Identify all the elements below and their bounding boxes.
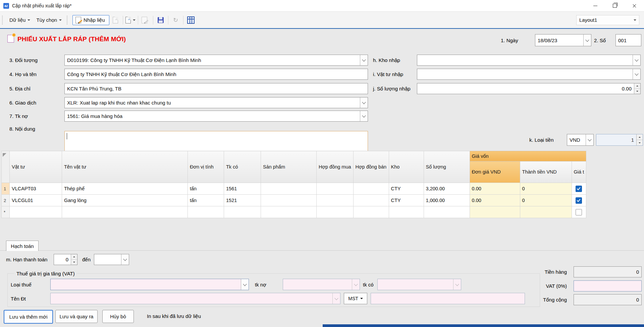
menu-tuy-chon[interactable]: Tùy chọn [33, 15, 65, 24]
corner-triangle-icon [3, 153, 6, 157]
cell-contract-buy[interactable] [317, 183, 354, 195]
cell-name[interactable]: Gang lỏng [62, 195, 188, 206]
cell-tk-co[interactable]: 1561 [224, 183, 261, 195]
cell-code[interactable]: VLCAPT03 [10, 183, 62, 195]
doi-tuong-combo[interactable]: D010199: Công ty TNHH Kỹ Thuật Cơ Điện L… [64, 55, 368, 66]
chevron-down-icon[interactable] [586, 134, 593, 145]
tk-no-combo[interactable]: 1561: Giá mua hàng hóa [64, 111, 368, 122]
new-document-button[interactable] [125, 15, 136, 25]
cell-product[interactable] [261, 183, 317, 195]
gia-t-checkbox[interactable] [576, 197, 582, 204]
col-header-gia-t[interactable]: Giá t [572, 161, 586, 183]
vat-tu-nhap-combo[interactable] [417, 69, 641, 80]
giao-dich-combo[interactable]: XLR: Xuat lap rap khi thuc nhan khac chu… [64, 97, 368, 108]
titlebar: az Cập nhật phiếu xuất lắp ráp* [0, 0, 644, 12]
cell-product[interactable] [261, 195, 317, 206]
col-header-ten-vat-tu[interactable]: Tên vật tư [62, 151, 188, 183]
vat-tk-co-combo[interactable] [377, 279, 461, 290]
cell-tk-co[interactable]: 1521 [224, 195, 261, 206]
gia-t-checkbox[interactable] [576, 209, 582, 215]
layout-selector[interactable]: Layout1 [576, 15, 639, 25]
mst-button[interactable]: MST [344, 293, 367, 304]
col-header-don-gia-vnd[interactable]: Đơn giá VND [470, 161, 520, 183]
tab-hach-toan[interactable]: Hạch toán [6, 241, 39, 251]
save-button[interactable] [156, 15, 166, 25]
cell-unit-price[interactable]: 0.00 [470, 183, 520, 195]
chevron-down-icon[interactable] [360, 111, 368, 121]
chevron-down-icon[interactable] [241, 279, 249, 290]
new-row-marker[interactable]: * [2, 206, 10, 218]
col-header-vat-tu[interactable]: Vật tư [10, 151, 62, 183]
col-header-thanh-tien-vnd[interactable]: Thành tiền VND [520, 161, 572, 183]
close-button[interactable] [625, 0, 644, 11]
number-input[interactable]: 001 [615, 34, 641, 46]
chevron-down-icon[interactable] [332, 293, 340, 304]
edit-icon [141, 15, 151, 25]
den-combo[interactable] [94, 254, 129, 265]
cell-unit[interactable]: tấn [188, 195, 224, 206]
close-icon [632, 4, 637, 8]
chevron-down-icon[interactable] [360, 55, 368, 65]
number-spinner[interactable] [634, 83, 640, 94]
col-group-gia-von[interactable]: Giá vốn [470, 151, 586, 161]
cell-qty[interactable]: 3,200.00 [424, 183, 470, 195]
chevron-down-icon[interactable] [352, 279, 360, 290]
restore-button[interactable] [605, 0, 625, 11]
han-thanh-toan-label: m. Hạn thanh toán [6, 254, 47, 265]
vat-amount-input[interactable] [574, 280, 642, 291]
gia-t-checkbox[interactable] [576, 186, 582, 192]
number-spinner[interactable] [71, 254, 77, 265]
toolbar: Dữ liệu Tùy chọn Nhập liệu ↻ Layout1 [0, 12, 644, 29]
cell-amount[interactable]: 0 [520, 195, 572, 206]
save-and-exit-button[interactable]: Lưu và quay ra [55, 310, 98, 323]
cell-unit-price[interactable]: 0.00 [470, 195, 520, 206]
calculator-button[interactable] [186, 15, 196, 25]
col-header-tk-co[interactable]: Tk có [224, 151, 261, 183]
cell-name[interactable]: Thép phế [62, 183, 188, 195]
loai-tien-combo[interactable]: VND [567, 134, 594, 146]
cell-contract-sell[interactable] [353, 195, 389, 206]
col-header-hop-dong-mua[interactable]: Hợp đồng mua [317, 151, 354, 183]
save-and-new-button[interactable]: Lưu và thêm mới [4, 310, 53, 324]
loai-thue-combo[interactable] [50, 279, 249, 290]
cancel-button[interactable]: Hủy bỏ [102, 310, 134, 323]
mst-input[interactable] [371, 293, 525, 304]
edit-document-icon [75, 17, 81, 23]
so-luong-nhap-input[interactable]: 0.00 [417, 83, 641, 94]
cell-contract-sell[interactable] [353, 183, 389, 195]
col-header-so-luong[interactable]: Số lượng [424, 151, 470, 183]
date-combo[interactable]: 18/08/23 [535, 34, 591, 46]
kho-nhap-combo[interactable] [417, 55, 641, 66]
chevron-down-icon[interactable] [583, 35, 591, 46]
noi-dung-label: 8. Nội dung [9, 123, 35, 134]
cell-amount[interactable]: 0 [520, 183, 572, 195]
ten-dt-combo[interactable] [50, 293, 340, 304]
cell-warehouse[interactable]: CTY [389, 183, 424, 195]
vat-tk-no-combo[interactable] [283, 279, 360, 290]
cell-qty[interactable]: 1,000.00 [424, 195, 470, 206]
chevron-down-icon[interactable] [360, 97, 368, 108]
minimize-button[interactable] [586, 0, 605, 11]
ho-ten-input[interactable]: Công ty TNHH Kỹ thuật Cơ Điện Lạnh Bình … [64, 69, 368, 80]
chevron-down-icon[interactable] [121, 254, 129, 265]
chevron-down-icon[interactable] [633, 55, 640, 65]
number-spinner[interactable] [636, 134, 643, 145]
tien-hang-label: Tiền hàng [520, 266, 567, 277]
cell-unit[interactable]: tấn [188, 183, 224, 195]
select-all-corner[interactable] [2, 151, 10, 183]
col-header-hop-dong-ban[interactable]: Hợp đồng bán [353, 151, 389, 183]
cell-warehouse[interactable]: CTY [389, 195, 424, 206]
row-selector[interactable]: 1 [2, 183, 10, 195]
menu-du-lieu[interactable]: Dữ liệu [6, 15, 33, 24]
dia-chi-input[interactable]: KCN Tân Phú Trung, TB [64, 83, 368, 94]
chevron-down-icon[interactable] [633, 69, 640, 79]
row-selector[interactable]: 2 [2, 195, 10, 206]
col-header-san-pham[interactable]: Sản phẩm [261, 151, 317, 183]
nhap-lieu-button[interactable]: Nhập liệu [72, 15, 109, 25]
chevron-down-icon[interactable] [453, 279, 461, 290]
cell-code[interactable]: VLCGL01 [10, 195, 62, 206]
col-header-don-vi-tinh[interactable]: Đơn vị tính [188, 151, 224, 183]
col-header-kho[interactable]: Kho [389, 151, 424, 183]
han-thanh-toan-input[interactable]: 0 [54, 254, 77, 265]
cell-contract-buy[interactable] [317, 195, 354, 206]
